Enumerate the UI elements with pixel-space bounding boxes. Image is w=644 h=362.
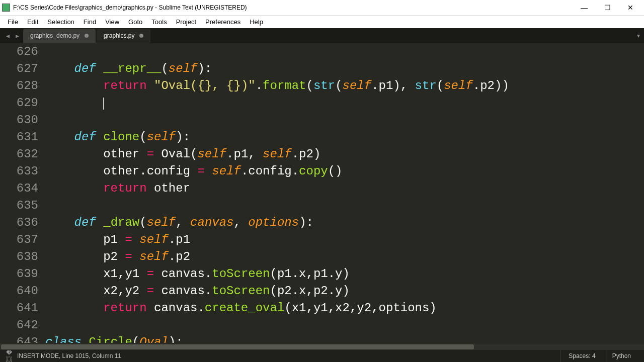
app-icon [2,4,10,12]
menu-file[interactable]: File [3,17,23,27]
code-line[interactable] [45,197,644,214]
line-number: 639 [0,265,38,283]
window-title: F:\CS Series\Code Files\graphics_demo\gr… [13,4,573,11]
menu-project[interactable]: Project [172,17,201,27]
code-line[interactable] [45,43,644,60]
code-line[interactable]: return "Oval({}, {})".format(str(self.p1… [45,77,644,95]
menu-edit[interactable]: Edit [23,17,43,27]
line-number: 628 [0,77,38,95]
code-line[interactable]: class Circle(Oval): [45,334,644,343]
status-mode: INSERT MODE, Line 1015, Column 11 [17,352,560,359]
line-number: 641 [0,300,38,317]
editor-area[interactable]: 6266276286296306316326336346356366376386… [0,43,644,343]
tab-nav-left-icon[interactable]: ◂ [3,32,13,40]
code-line[interactable]: other = Oval(self.p1, self.p2) [45,146,644,163]
line-number: 633 [0,163,38,180]
line-number: 626 [0,43,38,60]
horizontal-scrollbar-thumb[interactable] [1,344,474,349]
code-line[interactable] [45,317,644,334]
tab-strip: ◂ ▸ graphics_demo.pygraphics.py ▾ [0,28,644,43]
line-number: 632 [0,146,38,163]
code-line[interactable] [45,112,644,129]
line-gutter: 6266276286296306316326336346356366376386… [0,43,45,343]
tab-dirty-icon [139,34,143,38]
code-line[interactable]: def __repr__(self): [45,60,644,77]
code-line[interactable]: def _draw(self, canvas, options): [45,214,644,231]
panel-switch-icon[interactable]: �⿴ [5,349,13,362]
code-line[interactable]: p2 = self.p2 [45,248,644,265]
menu-help[interactable]: Help [245,17,268,27]
tab-overflow-icon[interactable]: ▾ [637,32,640,39]
line-number: 634 [0,180,38,197]
menu-goto[interactable]: Goto [124,17,147,27]
tab-label: graphics.py [104,32,134,39]
tab-nav-right-icon[interactable]: ▸ [13,32,22,40]
menu-selection[interactable]: Selection [43,17,78,27]
menu-preferences[interactable]: Preferences [201,17,245,27]
line-number: 643 [0,334,38,343]
line-number: 627 [0,60,38,77]
menu-tools[interactable]: Tools [147,17,171,27]
close-button[interactable]: ✕ [619,0,642,15]
code-line[interactable]: other.config = self.config.copy() [45,163,644,180]
line-number: 636 [0,214,38,231]
line-number: 640 [0,283,38,300]
tab-graphics_demo-py[interactable]: graphics_demo.py [23,29,96,43]
code-line[interactable]: return canvas.create_oval(x1,y1,x2,y2,op… [45,300,644,317]
menu-find[interactable]: Find [79,17,101,27]
tab-graphics-py[interactable]: graphics.py [97,29,150,43]
status-syntax[interactable]: Python [604,350,639,362]
code-line[interactable]: x1,y1 = canvas.toScreen(p1.x,p1.y) [45,265,644,283]
line-number: 642 [0,317,38,334]
menu-view[interactable]: View [101,17,124,27]
code-line[interactable]: p1 = self.p1 [45,231,644,248]
code-line[interactable] [45,95,644,112]
menu-bar: FileEditSelectionFindViewGotoToolsProjec… [0,15,644,28]
window-titlebar: F:\CS Series\Code Files\graphics_demo\gr… [0,0,644,15]
code-line[interactable]: return other [45,180,644,197]
line-number: 629 [0,95,38,112]
horizontal-scrollbar[interactable] [0,343,644,350]
line-number: 631 [0,129,38,146]
tab-label: graphics_demo.py [30,32,79,39]
line-number: 635 [0,197,38,214]
code-content[interactable]: def __repr__(self): return "Oval({}, {})… [45,43,644,343]
maximize-button[interactable]: ☐ [596,0,619,15]
line-number: 630 [0,112,38,129]
status-bar: �⿴ INSERT MODE, Line 1015, Column 11 Spa… [0,350,644,362]
status-indent[interactable]: Spaces: 4 [560,350,603,362]
tab-dirty-icon [85,34,89,38]
minimize-button[interactable]: — [573,0,596,15]
code-line[interactable]: def clone(self): [45,129,644,146]
code-line[interactable]: x2,y2 = canvas.toScreen(p2.x,p2.y) [45,283,644,300]
line-number: 637 [0,231,38,248]
line-number: 638 [0,248,38,265]
